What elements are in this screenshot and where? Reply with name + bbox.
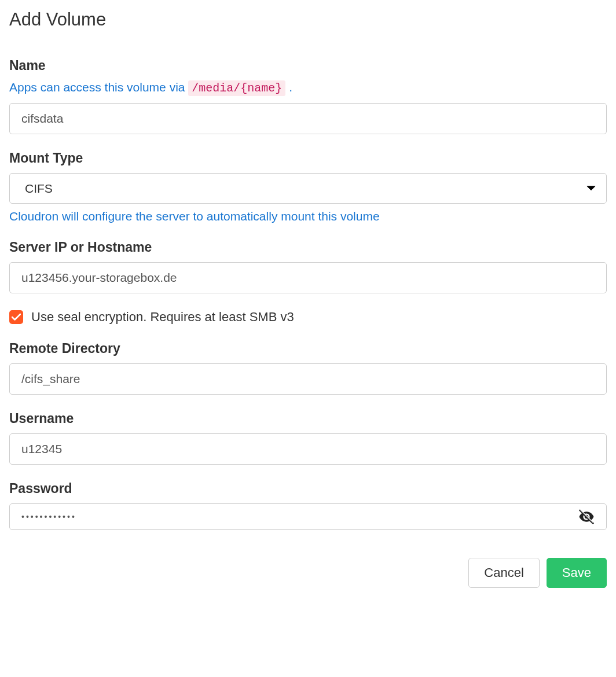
username-input[interactable] (9, 433, 607, 465)
mount-type-select-wrapper: CIFS (9, 173, 607, 204)
seal-encryption-row: Use seal encryption. Requires at least S… (9, 310, 607, 325)
mount-type-help-text: Cloudron will configure the server to au… (9, 209, 607, 223)
name-help-suffix: . (285, 80, 292, 94)
check-icon (12, 313, 21, 321)
seal-encryption-label: Use seal encryption. Requires at least S… (31, 310, 294, 325)
name-help-code: /media/{name} (188, 80, 285, 96)
password-input[interactable] (9, 503, 607, 530)
mount-type-label: Mount Type (9, 150, 607, 166)
dialog-title: Add Volume (9, 9, 607, 30)
save-button[interactable]: Save (547, 558, 607, 588)
name-input[interactable] (9, 103, 607, 134)
password-wrapper (9, 503, 607, 530)
mount-type-select[interactable]: CIFS (9, 173, 607, 204)
eye-off-icon (578, 508, 595, 525)
remote-directory-input[interactable] (9, 363, 607, 395)
username-group: Username (9, 411, 607, 465)
remote-directory-group: Remote Directory (9, 341, 607, 395)
password-label: Password (9, 481, 607, 496)
seal-encryption-checkbox[interactable] (9, 310, 23, 324)
name-group: Name Apps can access this volume via /me… (9, 58, 607, 134)
name-label: Name (9, 58, 607, 73)
button-row: Cancel Save (9, 558, 607, 588)
remote-directory-label: Remote Directory (9, 341, 607, 356)
server-input[interactable] (9, 262, 607, 293)
username-label: Username (9, 411, 607, 426)
password-group: Password (9, 481, 607, 530)
server-group: Server IP or Hostname (9, 240, 607, 293)
name-help-text: Apps can access this volume via /media/{… (9, 80, 607, 95)
name-help-prefix: Apps can access this volume via (9, 80, 188, 94)
cancel-button[interactable]: Cancel (468, 558, 539, 588)
password-visibility-toggle[interactable] (575, 506, 597, 528)
mount-type-group: Mount Type CIFS Cloudron will configure … (9, 150, 607, 223)
server-label: Server IP or Hostname (9, 240, 607, 255)
